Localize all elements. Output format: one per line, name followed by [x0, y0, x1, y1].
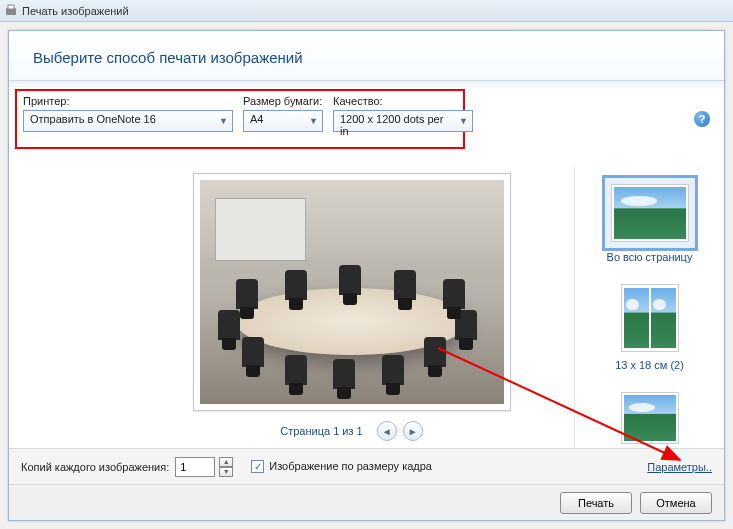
paper-size-dropdown[interactable]: A4 ▼	[243, 110, 323, 132]
window-title: Печать изображений	[22, 5, 129, 17]
dialog-button-row: Печать Отмена	[9, 484, 724, 520]
page-indicator: Страница 1 из 1	[280, 425, 362, 437]
print-dialog: Выберите способ печати изображений Принт…	[8, 30, 725, 521]
prev-page-button[interactable]: ◄	[377, 421, 397, 441]
quality-label: Качество:	[333, 95, 473, 107]
layout-13x18-label: 13 x 18 см (2)	[615, 359, 684, 371]
layout-13x18[interactable]: 13 x 18 см (2)	[610, 273, 690, 375]
quality-value: 1200 x 1200 dots per in	[340, 113, 443, 137]
print-app-icon	[4, 4, 18, 18]
quality-dropdown[interactable]: 1200 x 1200 dots per in ▼	[333, 110, 473, 132]
pager: Страница 1 из 1 ◄ ►	[280, 421, 422, 441]
next-page-button[interactable]: ►	[403, 421, 423, 441]
fit-frame-label: Изображение по размеру кадра	[269, 460, 432, 473]
chevron-down-icon: ▼	[309, 116, 318, 126]
chevron-down-icon: ▼	[459, 116, 468, 126]
options-strip: Копий каждого изображения: ▲ ▼ ✓ Изображ…	[9, 448, 724, 484]
svg-rect-1	[8, 5, 14, 9]
preview-frame	[193, 173, 511, 411]
fit-frame-checkbox[interactable]: ✓	[251, 460, 264, 473]
help-icon[interactable]: ?	[694, 111, 710, 127]
settings-row: Принтер: Отправить в OneNote 16 ▼ Размер…	[9, 87, 724, 146]
paper-size-label: Размер бумаги:	[243, 95, 323, 107]
layout-full-label: Во всю страницу	[607, 251, 693, 263]
preview-column: Страница 1 из 1 ◄ ►	[9, 167, 574, 448]
chevron-down-icon: ▼	[219, 116, 228, 126]
printer-label: Принтер:	[23, 95, 233, 107]
preview-image	[200, 180, 504, 404]
layouts-column[interactable]: Во всю страницу 13 x 18 см (2) 20 x 25 с…	[574, 167, 724, 448]
dialog-heading: Выберите способ печати изображений	[9, 31, 724, 81]
printer-value: Отправить в OneNote 16	[30, 113, 156, 125]
printer-dropdown[interactable]: Отправить в OneNote 16 ▼	[23, 110, 233, 132]
layout-full-page[interactable]: Во всю страницу	[598, 171, 702, 267]
paper-size-value: A4	[250, 113, 263, 125]
cancel-button[interactable]: Отмена	[640, 492, 712, 514]
copies-down-button[interactable]: ▼	[219, 467, 233, 477]
copies-input[interactable]	[175, 457, 215, 477]
titlebar: Печать изображений	[0, 0, 733, 22]
copies-up-button[interactable]: ▲	[219, 457, 233, 467]
copies-label: Копий каждого изображения:	[21, 461, 169, 473]
layout-20x25[interactable]: 20 x 25 см (1)	[610, 381, 690, 448]
print-button[interactable]: Печать	[560, 492, 632, 514]
parameters-link[interactable]: Параметры..	[647, 461, 712, 473]
